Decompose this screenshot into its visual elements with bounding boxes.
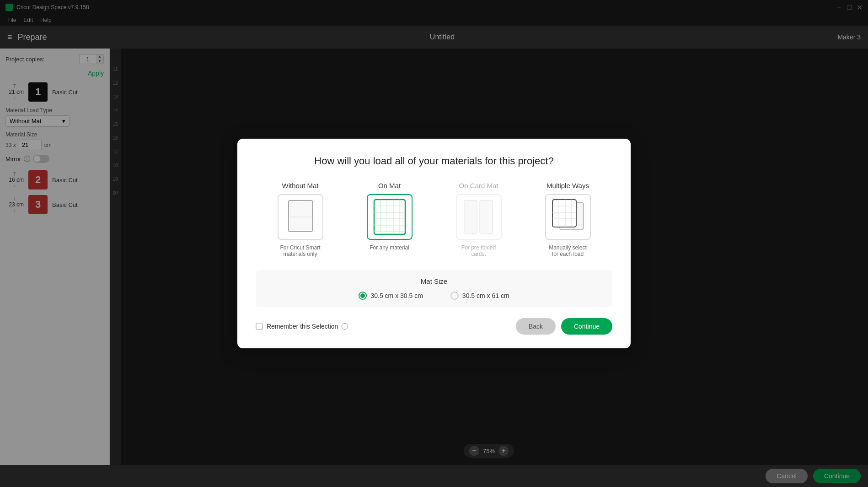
remember-row: Remember this Selection i	[256, 323, 348, 330]
option-multiple-ways-label: Multiple Ways	[547, 182, 589, 189]
mat-size-section: Mat Size 30.5 cm x 30.5 cm 30.5 cm x 61 …	[256, 270, 612, 307]
remember-info-icon[interactable]: i	[342, 323, 348, 330]
mat-size-label-2: 30.5 cm x 61 cm	[462, 292, 509, 299]
option-without-mat-label: Without Mat	[282, 182, 318, 189]
svg-rect-0	[289, 200, 312, 232]
option-without-mat-icon[interactable]	[278, 194, 323, 240]
option-on-card-mat-desc: For pre-foldedcards.	[461, 244, 496, 257]
mat-size-title: Mat Size	[267, 277, 601, 285]
option-multiple-ways-desc: Manually selectfor each load	[549, 244, 587, 257]
radio-2[interactable]	[450, 292, 459, 300]
mat-size-option-2[interactable]: 30.5 cm x 61 cm	[450, 292, 509, 300]
load-options: Without Mat For Cricut Smartmaterials on…	[256, 182, 612, 257]
option-on-card-mat[interactable]: On Card Mat For pre-foldedcards.	[442, 182, 515, 257]
option-on-mat-label: On Mat	[378, 182, 401, 189]
svg-rect-16	[552, 200, 576, 227]
mat-size-option-1[interactable]: 30.5 cm x 30.5 cm	[359, 292, 423, 300]
option-multiple-ways-icon[interactable]	[545, 194, 591, 240]
mat-size-label-1: 30.5 cm x 30.5 cm	[370, 292, 423, 299]
svg-rect-13	[480, 200, 493, 233]
back-button[interactable]: Back	[516, 318, 556, 335]
option-on-card-mat-icon[interactable]	[456, 194, 502, 240]
modal: How will you load all of your materials …	[237, 139, 631, 348]
option-on-card-mat-label: On Card Mat	[459, 182, 498, 189]
modal-buttons: Back Continue	[516, 318, 612, 335]
option-on-mat-icon[interactable]	[367, 194, 413, 240]
mat-size-options: 30.5 cm x 30.5 cm 30.5 cm x 61 cm	[267, 292, 601, 300]
option-multiple-ways[interactable]: Multiple Ways	[531, 182, 605, 257]
on-mat-svg	[372, 198, 407, 236]
card-mat-svg	[461, 198, 496, 236]
remember-label: Remember this Selection	[267, 323, 338, 330]
option-without-mat[interactable]: Without Mat For Cricut Smartmaterials on…	[264, 182, 337, 257]
modal-overlay: How will you load all of your materials …	[0, 0, 868, 487]
option-without-mat-desc: For Cricut Smartmaterials only	[280, 244, 320, 257]
svg-rect-2	[374, 200, 405, 234]
svg-rect-12	[464, 200, 477, 233]
multiple-ways-svg	[550, 198, 586, 236]
continue-button[interactable]: Continue	[561, 318, 612, 335]
remember-checkbox[interactable]	[256, 323, 263, 330]
option-on-mat[interactable]: On Mat	[353, 182, 426, 257]
modal-title: How will you load all of your materials …	[256, 155, 612, 167]
radio-1[interactable]	[359, 292, 367, 300]
without-mat-svg	[285, 199, 316, 235]
option-on-mat-desc: For any material	[370, 244, 409, 251]
modal-footer: Remember this Selection i Back Continue	[256, 318, 612, 335]
